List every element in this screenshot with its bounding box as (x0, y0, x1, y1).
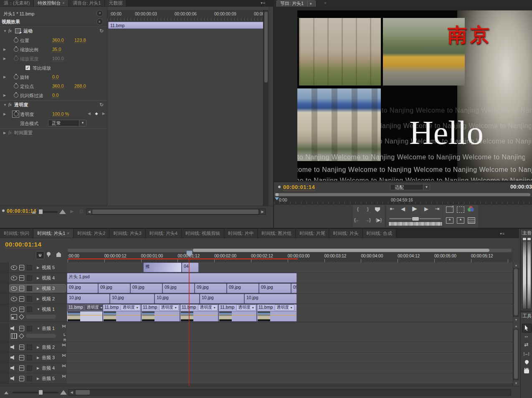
export-icon[interactable]: ⎙ (79, 209, 83, 214)
sync-lock-icon[interactable] (19, 326, 24, 331)
track-header[interactable]: ▶视频 5 (0, 262, 67, 273)
chevron-right-icon[interactable]: ▶ (37, 345, 39, 349)
opacity-dropdown-button[interactable]: 透明度 ▼ (85, 305, 103, 311)
track-header[interactable]: ▶音频 3⋈ (0, 353, 67, 363)
output-settings-icon[interactable] (468, 206, 474, 212)
toggle-animation-stopwatch-icon[interactable] (14, 38, 18, 43)
track-select-tool[interactable]: ↔ (522, 333, 531, 340)
go-to-next-edit-button[interactable]: →} (363, 217, 372, 224)
track-name[interactable]: 音频 1 (42, 325, 55, 332)
chevron-right-icon[interactable]: ▶ (3, 93, 6, 97)
pen-tool[interactable] (522, 359, 531, 367)
track-header[interactable]: ▼音频 1⋈LR (0, 323, 67, 342)
timeline-clip[interactable]: 04 (182, 262, 199, 272)
keyframe-navigator[interactable]: ◀ ◆ ▶ (88, 111, 107, 116)
display-style-icon[interactable] (11, 314, 17, 320)
program-monitor-tab[interactable]: 节目: 片头1 ▼ (276, 0, 316, 7)
timeline-tab[interactable]: 时间线: 图片组 (258, 229, 296, 238)
eye-icon[interactable] (11, 265, 17, 270)
track-lock-column[interactable] (0, 373, 9, 383)
toggle-animation-stopwatch-icon[interactable] (14, 93, 18, 98)
eye-icon[interactable] (11, 297, 17, 301)
track-content[interactable] (67, 373, 513, 384)
chevron-down-icon[interactable]: ▼ (3, 29, 7, 33)
video-tracks-scrollbar[interactable]: ▲▼ (513, 262, 519, 322)
step-forward-button[interactable]: ▶ (422, 206, 431, 212)
chevron-down-icon[interactable]: ▼ (37, 327, 40, 330)
chevron-right-icon[interactable]: ▶ (3, 57, 6, 60)
audio-tracks-scrollbar[interactable]: ▲▼ (513, 323, 519, 386)
keyframe-display-icon[interactable]: ⋈ (62, 353, 66, 358)
track-flag-box[interactable] (27, 307, 32, 312)
chevron-right-icon[interactable]: ▶ (37, 266, 39, 270)
lift-icon[interactable]: ▲ (446, 217, 453, 224)
track-lock-column[interactable] (0, 283, 9, 293)
export-frame-icon[interactable]: ↗ (446, 207, 453, 213)
chevron-right-icon[interactable]: ▶ (37, 297, 39, 301)
close-icon[interactable]: × (67, 231, 69, 236)
reset-icon[interactable]: ↻ (99, 28, 104, 34)
property-value[interactable]: 0.0 (52, 74, 58, 80)
eye-icon[interactable] (11, 276, 17, 280)
track-content[interactable] (67, 323, 513, 342)
chevron-right-icon[interactable]: ▶ (37, 287, 39, 290)
track-content[interactable]: 09.jpg09.jpg09.jpg09.jpg09.jpg09.jpg09.j… (67, 283, 513, 294)
track-flag-box[interactable] (27, 345, 32, 350)
track-name[interactable]: 视频 1 (42, 306, 55, 312)
track-lock-column[interactable] (0, 342, 9, 352)
zoom-in-icon[interactable] (59, 209, 66, 214)
waveform-display-icon[interactable] (11, 333, 17, 339)
panel-menu-icon[interactable]: ▾≡ (261, 1, 266, 5)
timeline-tab[interactable]: 时间线: 视频剪辑 (182, 229, 224, 238)
timeline-clip[interactable]: 10.jpg (155, 294, 200, 304)
timeline-clip[interactable]: 11.bmp透明度 ▼ (67, 304, 103, 322)
track-flag-box[interactable] (27, 355, 32, 360)
chevron-right-icon[interactable]: ▶ (3, 112, 6, 116)
encore-chapter-marker-icon[interactable] (47, 252, 51, 256)
track-content[interactable]: 11.bmp透明度 ▼11.bmp透明度 ▼11.bmp透明度 ▼11.bmp透… (67, 304, 513, 322)
zoom-out-icon[interactable] (4, 391, 8, 394)
collapse-section-icon[interactable]: » (96, 18, 103, 25)
close-icon[interactable]: × (324, 1, 327, 5)
chevron-right-icon[interactable]: ▶ (3, 75, 6, 79)
chevron-right-icon[interactable]: ▶ (37, 377, 39, 380)
timeline-tab[interactable]: 时间线: 合成 (363, 229, 396, 238)
scroll-left-icon[interactable]: ◀ (86, 209, 92, 214)
monitor-time-ruler[interactable]: 0:00 00:04:59:16 (274, 197, 532, 204)
timeline-viewing-area-bar[interactable] (68, 249, 512, 252)
sync-lock-icon[interactable] (19, 265, 24, 270)
timeline-tab[interactable]: 时间线: 片头4 (146, 229, 182, 238)
snap-toggle-icon[interactable]: ∪ (36, 251, 44, 259)
track-header[interactable]: ▶视频 3 (0, 283, 67, 294)
monitor-zoom-dropdown[interactable]: 适配 ▼ (390, 184, 430, 190)
sync-lock-icon[interactable] (19, 376, 24, 381)
property-value[interactable]: 100.0 (52, 56, 64, 61)
track-header[interactable]: ▶视频 2 (0, 294, 67, 304)
opacity-rubber-band[interactable] (142, 315, 180, 315)
track-lock-column[interactable] (0, 304, 9, 322)
add-keyframe-icon[interactable] (19, 314, 24, 320)
opacity-rubber-band[interactable] (67, 315, 102, 315)
multicam-icon[interactable] (468, 217, 475, 224)
timeline-zoom-slider-thumb[interactable] (38, 390, 43, 395)
opacity-rubber-band[interactable] (103, 315, 141, 315)
sync-lock-icon[interactable] (19, 307, 24, 312)
reset-icon[interactable]: ↻ (99, 102, 104, 108)
track-header[interactable]: ▶视频 4 (0, 273, 67, 283)
timeline-clip[interactable]: 10.jpg (200, 294, 244, 304)
chevron-right-icon[interactable]: ▶ (3, 48, 6, 51)
track-content[interactable]: 推04 (67, 262, 513, 273)
track-flag-box[interactable] (27, 376, 32, 381)
toggle-animation-stopwatch-icon[interactable] (14, 75, 18, 79)
go-to-out-button[interactable]: ⇥ (433, 206, 442, 212)
safe-margins-icon[interactable] (457, 207, 464, 213)
property-value[interactable]: 123.8 (74, 38, 86, 43)
track-content[interactable] (67, 342, 513, 353)
timeline-clip[interactable]: 11.bmp透明度 ▼ (257, 304, 297, 322)
track-lock-column[interactable] (0, 363, 9, 373)
rolling-edit-tool[interactable]: |↔| (522, 350, 531, 358)
effect-panel-tab[interactable]: 源：(无素材) (0, 0, 34, 6)
extract-icon[interactable]: ▲ (457, 217, 464, 224)
track-content[interactable]: 10.jpg10.jpg10.jpg10.jpg10.jpg (67, 294, 513, 304)
chevron-right-icon[interactable]: ▶ (37, 366, 39, 370)
